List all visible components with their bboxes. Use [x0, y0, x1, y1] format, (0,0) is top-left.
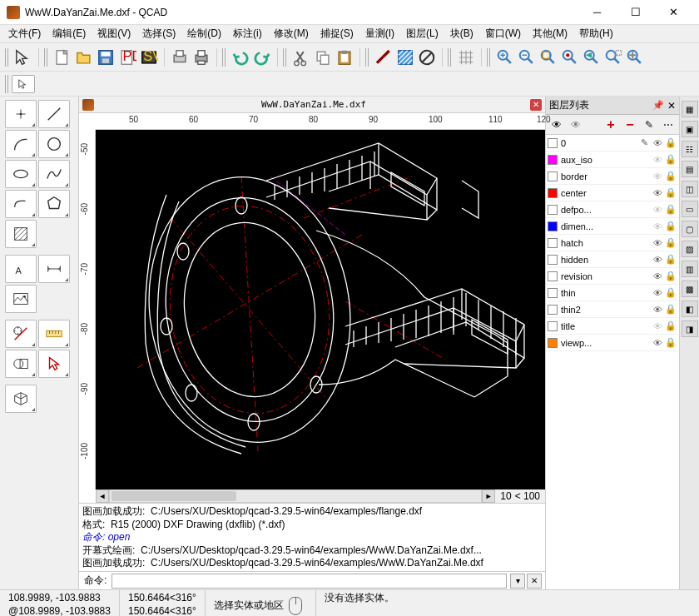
save-button[interactable] [96, 47, 116, 67]
tab-blocks[interactable]: ▣ [682, 121, 698, 137]
layer-list[interactable]: 0✎👁🔒 aux_iso👁🔒 border👁🔒 center👁🔒 defpo..… [546, 135, 679, 589]
toolbar-grip[interactable] [222, 48, 227, 67]
polyline-tool[interactable] [5, 190, 37, 218]
menu-select[interactable]: 选择(S) [137, 25, 181, 42]
edit-icon[interactable]: ✎ [637, 137, 651, 148]
scroll-left-button[interactable]: ◄ [96, 489, 109, 503]
lock-icon[interactable]: 🔒 [664, 154, 677, 165]
eye-icon[interactable]: 👁 [651, 321, 664, 331]
redo-button[interactable] [252, 47, 272, 67]
toolbar-grip[interactable] [5, 75, 10, 93]
point-tool[interactable] [5, 100, 37, 128]
menu-snap[interactable]: 捕捉(S) [315, 25, 359, 42]
horizontal-scrollbar[interactable]: ◄ ► 10< 100 [96, 489, 545, 503]
layer-row[interactable]: thin2👁🔒 [546, 301, 679, 318]
export-svg-button[interactable]: SVG [139, 47, 159, 67]
tab-other8[interactable]: ◨ [682, 320, 698, 337]
toolbar-grip[interactable] [5, 48, 10, 67]
text-tool[interactable]: A [5, 255, 37, 283]
lock-icon[interactable]: 🔒 [664, 287, 677, 298]
dimension-tool[interactable] [38, 255, 70, 283]
tab-other2[interactable]: ▭ [682, 201, 698, 217]
zoom-window-button[interactable] [603, 47, 623, 67]
panel-close-button[interactable]: ✕ [667, 100, 676, 112]
eye-icon[interactable]: 👁 [651, 155, 664, 165]
eye-icon[interactable]: 👁 [651, 205, 664, 215]
eye-icon[interactable]: 👁 [651, 338, 664, 348]
eye-icon[interactable]: 👁 [651, 171, 664, 181]
layer-settings-button[interactable]: ⋯ [659, 117, 677, 133]
image-tool[interactable] [5, 285, 37, 313]
zoom-previous-button[interactable] [582, 47, 602, 67]
toolbar-grip[interactable] [448, 48, 453, 67]
grid-button[interactable] [456, 47, 476, 67]
no-mode-button[interactable] [417, 47, 437, 67]
layer-row[interactable]: viewp...👁🔒 [546, 335, 679, 351]
pan-button[interactable] [625, 47, 645, 67]
lock-icon[interactable]: 🔒 [664, 254, 677, 265]
lock-icon[interactable]: 🔒 [664, 304, 677, 315]
layer-row[interactable]: revision👁🔒 [546, 268, 679, 285]
toolbar-grip[interactable] [365, 48, 370, 67]
menu-draw[interactable]: 绘制(D) [182, 25, 226, 42]
command-clear-button[interactable]: ✕ [527, 574, 542, 589]
menu-block[interactable]: 块(B) [445, 25, 478, 42]
menu-layer[interactable]: 图层(L) [401, 25, 444, 42]
layer-row[interactable]: thin👁🔒 [546, 285, 679, 301]
isometric-tool[interactable] [5, 385, 37, 413]
zoom-extents-button[interactable] [538, 47, 558, 67]
hatch-tool[interactable] [5, 220, 37, 248]
ellipse-tool[interactable] [5, 160, 37, 188]
paste-button[interactable] [335, 47, 354, 67]
zoom-in-button[interactable] [495, 47, 515, 67]
back-tool-button[interactable] [12, 75, 35, 93]
drawing-canvas[interactable] [96, 130, 545, 489]
eye-icon[interactable]: 👁 [651, 255, 664, 265]
menu-window[interactable]: 窗口(W) [480, 25, 526, 42]
layer-row[interactable]: dimen...👁🔒 [546, 218, 679, 235]
zoom-selection-button[interactable] [560, 47, 580, 67]
tab-properties[interactable]: ☷ [682, 141, 698, 157]
layer-row[interactable]: hatch👁🔒 [546, 235, 679, 251]
toolbar-grip[interactable] [44, 48, 49, 67]
menu-modify[interactable]: 修改(M) [269, 25, 314, 42]
select-tool[interactable] [38, 350, 70, 378]
eye-icon[interactable]: 👁 [651, 288, 664, 298]
tab-other3[interactable]: ▢ [682, 221, 698, 237]
tab-other6[interactable]: ▩ [682, 281, 698, 297]
minimize-button[interactable]: ─ [578, 1, 616, 24]
tab-other5[interactable]: ▥ [682, 261, 698, 277]
menu-help[interactable]: 帮助(H) [574, 25, 618, 42]
undo-button[interactable] [231, 47, 250, 67]
lock-icon[interactable]: 🔒 [664, 337, 677, 348]
menu-view[interactable]: 视图(V) [92, 25, 136, 42]
close-document-button[interactable]: ✕ [530, 99, 542, 111]
eye-icon[interactable]: 👁 [651, 271, 664, 281]
lock-icon[interactable]: 🔒 [664, 320, 677, 331]
tab-other4[interactable]: ▨ [682, 241, 698, 257]
toolbar-grip[interactable] [487, 48, 492, 67]
lock-icon[interactable]: 🔒 [664, 171, 677, 181]
scroll-right-button[interactable]: ► [482, 489, 495, 503]
circle-tool[interactable] [38, 130, 70, 158]
ruler-tool[interactable] [38, 320, 70, 348]
command-console[interactable]: 图画加载成功: C:/Users/XU/Desktop/qcad-3.29.5-… [79, 503, 545, 571]
layer-row[interactable]: hidden👁🔒 [546, 251, 679, 268]
menu-annotate[interactable]: 标注(i) [228, 25, 267, 42]
command-input[interactable] [112, 574, 507, 589]
eye-icon[interactable]: 👁 [651, 305, 664, 315]
menu-measure[interactable]: 量测(I) [360, 25, 399, 42]
lock-icon[interactable]: 🔒 [664, 221, 677, 231]
pin-icon[interactable]: 📌 [652, 100, 664, 111]
lock-icon[interactable]: 🔒 [664, 204, 677, 215]
edit-layer-button[interactable]: ✎ [640, 117, 658, 133]
print-button[interactable] [191, 47, 211, 67]
polygon-tool[interactable] [38, 190, 70, 218]
cut-button[interactable] [291, 47, 311, 67]
hatch-mode-button[interactable] [395, 47, 415, 67]
menu-edit[interactable]: 编辑(E) [47, 25, 91, 42]
lock-icon[interactable]: 🔒 [664, 137, 677, 148]
menu-file[interactable]: 文件(F) [3, 25, 46, 42]
pointer-tool[interactable] [13, 47, 33, 67]
lock-icon[interactable]: 🔒 [664, 237, 677, 248]
